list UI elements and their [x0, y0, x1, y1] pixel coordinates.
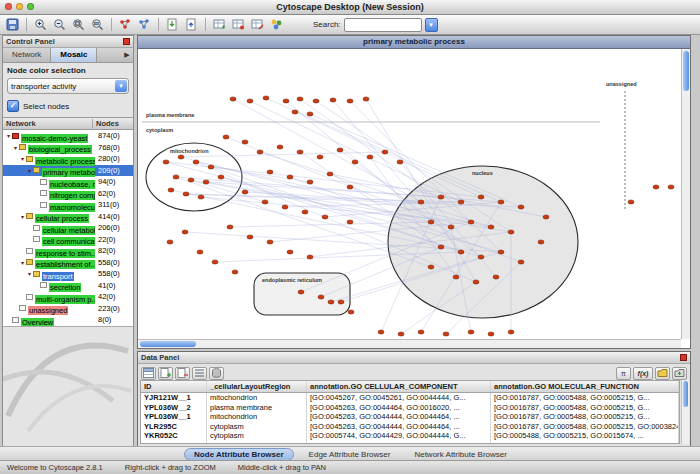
network-node[interactable] — [307, 112, 313, 116]
column-header[interactable]: _cellularLayoutRegion — [207, 381, 307, 392]
network-node[interactable] — [287, 250, 293, 254]
network-node[interactable] — [337, 148, 343, 152]
network-node[interactable] — [473, 280, 479, 284]
scrollbar-thumb[interactable] — [683, 51, 689, 91]
search-options-arrow[interactable]: ▼ — [425, 18, 438, 32]
network-view-title[interactable]: primary metabolic process — [138, 36, 690, 49]
network-node[interactable] — [488, 225, 494, 229]
scrollbar-thumb[interactable] — [140, 341, 196, 347]
network-node[interactable] — [167, 240, 173, 244]
network-node[interactable] — [263, 96, 269, 100]
attribute-table-icon[interactable] — [211, 17, 228, 33]
table-row[interactable]: YPL036W__1mitochondrion[GO:0045263, GO:0… — [141, 412, 679, 422]
network-node[interactable] — [287, 175, 293, 179]
network-node[interactable] — [198, 195, 204, 199]
network-node[interactable] — [428, 220, 434, 224]
save-icon[interactable] — [4, 17, 21, 33]
create-attribute-icon[interactable] — [158, 367, 173, 380]
network-node[interactable] — [307, 180, 313, 184]
network-node[interactable] — [518, 260, 524, 264]
network-node[interactable] — [468, 220, 474, 224]
function-builder-icon[interactable]: f(x) — [633, 367, 653, 380]
network-node[interactable] — [438, 195, 444, 199]
network-node[interactable] — [257, 150, 263, 154]
network-node[interactable] — [267, 170, 273, 174]
import-file-icon[interactable] — [672, 367, 687, 380]
table-row[interactable]: YKR052Ccytoplasm[GO:0005744, GO:0044429,… — [141, 431, 679, 441]
network-node[interactable] — [218, 175, 224, 179]
network-node[interactable] — [498, 200, 504, 204]
network-node[interactable] — [298, 290, 304, 294]
network-node[interactable] — [223, 135, 229, 139]
attribute-list-icon[interactable] — [192, 367, 207, 380]
network-node[interactable] — [173, 175, 179, 179]
network-node[interactable] — [292, 110, 298, 114]
search-input[interactable] — [344, 18, 422, 32]
delete-attribute-icon[interactable] — [175, 367, 190, 380]
network-node[interactable] — [188, 178, 194, 182]
network-node[interactable] — [183, 192, 189, 196]
network-node[interactable] — [247, 235, 253, 239]
network-node[interactable] — [397, 160, 403, 164]
table-row[interactable]: YPL036W__2plasma membrane[GO:0045263, GO… — [141, 403, 679, 413]
network-node[interactable] — [297, 97, 303, 101]
tree-expand-icon[interactable]: ▾ — [19, 213, 26, 220]
network-node[interactable] — [313, 99, 319, 103]
first-neighbors-icon[interactable] — [117, 17, 134, 33]
node-attribute-icon[interactable] — [230, 17, 247, 33]
network-node[interactable] — [283, 99, 289, 103]
tree-expand-icon[interactable]: ▾ — [19, 259, 26, 266]
table-row[interactable]: YLR295Ccytoplasm[GO:0045263, GO:0044444,… — [141, 422, 679, 432]
table-row[interactable]: YJR121W__1mitochondrion[GO:0045267, GO:0… — [141, 393, 679, 403]
network-node[interactable] — [478, 255, 484, 259]
network-node[interactable] — [363, 97, 369, 101]
network-node[interactable] — [428, 265, 434, 269]
network-node[interactable] — [448, 225, 454, 229]
network-node[interactable] — [538, 240, 544, 244]
network-node[interactable] — [352, 160, 358, 164]
zoom-in-icon[interactable] — [32, 17, 49, 33]
tab-edge-attribute-browser[interactable]: Edge Attribute Browser — [300, 449, 400, 460]
network-node[interactable] — [328, 300, 334, 304]
tab-network-attribute-browser[interactable]: Network Attribute Browser — [405, 449, 515, 460]
network-node[interactable] — [367, 155, 373, 159]
network-node[interactable] — [453, 275, 459, 279]
network-node[interactable] — [518, 205, 524, 209]
network-node[interactable] — [232, 270, 238, 274]
network-node[interactable] — [247, 99, 253, 103]
network-node[interactable] — [458, 250, 464, 254]
network-node[interactable] — [668, 185, 674, 189]
select-attributes-icon[interactable] — [141, 367, 156, 380]
network-node[interactable] — [318, 295, 324, 299]
network-node[interactable] — [322, 215, 328, 219]
network-vertical-scrollbar[interactable] — [681, 49, 690, 339]
network-node[interactable] — [488, 332, 494, 336]
network-node[interactable] — [178, 155, 184, 159]
network-node[interactable] — [498, 250, 504, 254]
zoom-selected-icon[interactable] — [70, 17, 87, 33]
network-node[interactable] — [508, 230, 514, 234]
network-node[interactable] — [338, 300, 344, 304]
tab-overflow-arrow-icon[interactable]: ▶ — [121, 48, 133, 62]
network-node[interactable] — [458, 200, 464, 204]
network-node[interactable] — [382, 150, 388, 154]
column-header[interactable]: ID — [141, 381, 207, 392]
network-node[interactable] — [317, 155, 323, 159]
network-node[interactable] — [347, 220, 353, 224]
formula-pi-icon[interactable]: π — [616, 367, 631, 380]
network-node[interactable] — [227, 225, 233, 229]
network-node[interactable] — [163, 160, 169, 164]
network-node[interactable] — [508, 330, 514, 334]
network-node[interactable] — [543, 215, 549, 219]
network-node[interactable] — [478, 195, 484, 199]
tree-expand-icon[interactable]: ▾ — [19, 155, 26, 162]
network-node[interactable] — [193, 160, 199, 164]
network-node[interactable] — [197, 250, 203, 254]
network-node[interactable] — [348, 310, 354, 314]
network-node[interactable] — [330, 98, 336, 102]
database-icon[interactable] — [209, 367, 224, 380]
network-node[interactable] — [378, 330, 384, 334]
network-node[interactable] — [438, 245, 444, 249]
tab-node-attribute-browser[interactable]: Node Attribute Browser — [184, 448, 294, 461]
network-node[interactable] — [347, 99, 353, 103]
